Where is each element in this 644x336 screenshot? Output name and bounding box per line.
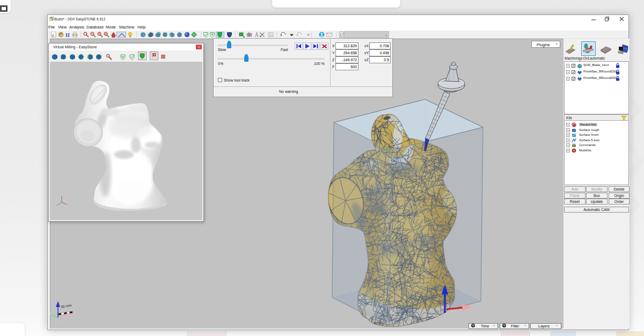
svg-text:a: a (52, 33, 54, 38)
svg-text:50 mm: 50 mm (61, 303, 72, 309)
svg-text:H: H (65, 32, 70, 38)
